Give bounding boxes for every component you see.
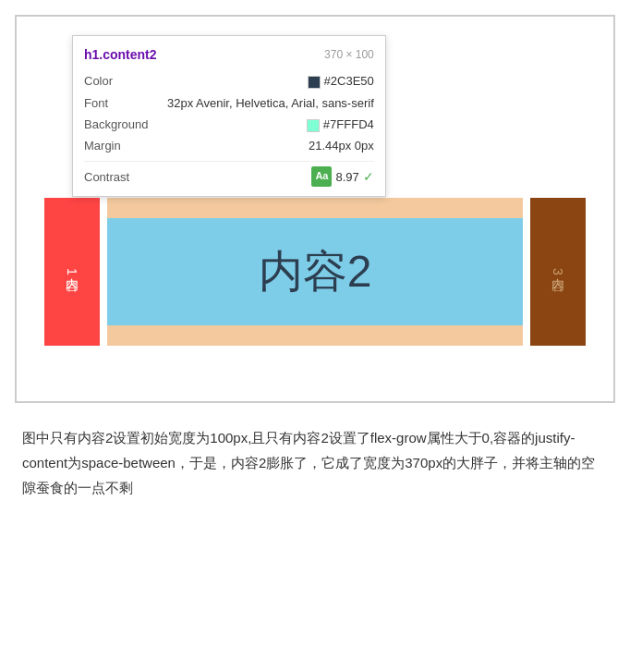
tooltip-value-background: #7FFFD4: [307, 114, 374, 135]
aa-badge: Aa: [311, 166, 332, 187]
flex-container: 内容1 内容2 内容3: [44, 198, 586, 346]
tooltip-value-color: #2C3E50: [308, 70, 374, 92]
content1-box: 内容1: [44, 198, 100, 346]
color-swatch-background: [307, 119, 320, 132]
tooltip-size: 370 × 100: [324, 45, 374, 66]
content1-label: 内容1: [64, 268, 80, 275]
tooltip-label-color: Color: [84, 70, 149, 92]
content3-label: 内容3: [550, 268, 566, 275]
tooltip-row-color: Color #2C3E50: [84, 70, 374, 92]
tooltip-label-contrast: Contrast: [84, 166, 149, 188]
tooltip-label-margin: Margin: [84, 135, 149, 156]
color-swatch-color: [308, 76, 321, 89]
tooltip-row-font: Font 32px Avenir, Helvetica, Arial, sans…: [84, 92, 374, 114]
tooltip-label-font: Font: [84, 92, 149, 114]
checkmark-icon: ✓: [363, 165, 374, 189]
tooltip-row-background: Background #7FFFD4: [84, 114, 374, 135]
tooltip-title: h1.content2: [84, 43, 157, 67]
description-text: 图中只有内容2设置初始宽度为100px,且只有内容2设置了flex-grow属性…: [15, 425, 615, 500]
tooltip: h1.content2 370 × 100 Color #2C3E50 Font…: [72, 35, 386, 197]
content2-wrapper: 内容2: [107, 198, 523, 346]
tooltip-value-margin: 21.44px 0px: [309, 135, 374, 156]
content2-label: 内容2: [259, 242, 372, 301]
main-container: h1.content2 370 × 100 Color #2C3E50 Font…: [0, 0, 630, 515]
tooltip-value-contrast: Aa 8.97 ✓: [311, 165, 373, 189]
diagram-area: h1.content2 370 × 100 Color #2C3E50 Font…: [15, 15, 615, 403]
tooltip-divider: [84, 161, 374, 162]
tooltip-row-contrast: Contrast Aa 8.97 ✓: [84, 165, 374, 189]
content3-box: 内容3: [530, 198, 586, 346]
tooltip-label-background: Background: [84, 114, 149, 135]
contrast-number: 8.97: [335, 166, 358, 188]
tooltip-value-font: 32px Avenir, Helvetica, Arial, sans-seri…: [167, 92, 374, 114]
content2-inner: 内容2: [107, 218, 523, 325]
tooltip-row-margin: Margin 21.44px 0px: [84, 135, 374, 156]
